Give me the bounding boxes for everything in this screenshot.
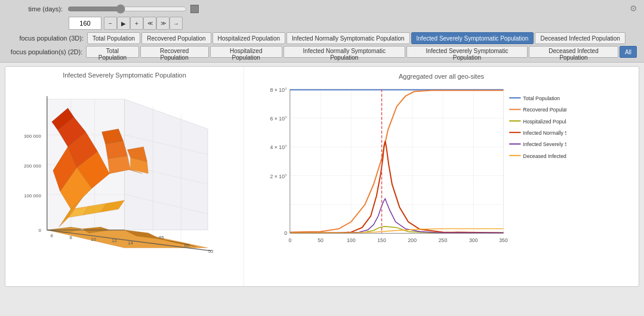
fast-back-btn[interactable]: ≪	[143, 17, 156, 30]
tab-3d-infected-normal[interactable]: Infected Normally Symptomatic Population	[286, 32, 409, 44]
tab-2d-total[interactable]: Total Population	[86, 46, 138, 58]
svg-text:150: 150	[377, 237, 386, 243]
focus-2d-row: focus population(s) (2D): Total Populati…	[6, 46, 638, 58]
tab-2d-hospitalized[interactable]: Hospitalized Population	[210, 46, 282, 58]
tab-2d-all[interactable]: All	[620, 46, 637, 58]
step-forward-btn[interactable]: +	[130, 17, 143, 30]
chart-3d-title: Infected Severely Symptomatic Population	[5, 67, 244, 79]
focus-3d-row: focus population (3D): Total Population …	[6, 32, 638, 44]
chart-3d-container: Infected Severely Symptomatic Population	[5, 67, 244, 286]
svg-text:Total Population: Total Population	[523, 95, 560, 101]
svg-text:100 000: 100 000	[24, 193, 41, 199]
fast-forward-btn[interactable]: ≫	[156, 17, 170, 30]
tab-2d-infected-severe[interactable]: Infected Severely Symptomatic Population	[406, 46, 528, 58]
svg-text:0: 0	[288, 237, 291, 243]
svg-text:60: 60	[184, 243, 190, 248]
tab-3d-hospitalized[interactable]: Hospitalized Population	[212, 32, 286, 44]
svg-text:300: 300	[469, 237, 478, 243]
time-label: time (days):	[6, 5, 63, 13]
tab-2d-recovered[interactable]: Recovered Population	[140, 46, 209, 58]
time-input[interactable]	[69, 17, 101, 30]
focus-2d-label: focus population(s) (2D):	[6, 48, 82, 55]
svg-text:100: 100	[347, 237, 356, 243]
svg-text:350: 350	[499, 237, 508, 243]
svg-text:10: 10	[91, 237, 96, 242]
tab-3d-deceased[interactable]: Deceased Infected Population	[535, 32, 625, 44]
play-btn[interactable]: ▶	[117, 17, 130, 30]
svg-rect-50	[290, 89, 504, 234]
tab-3d-infected-severe[interactable]: Infected Severely Symptomatic Population	[411, 32, 534, 44]
svg-text:6 × 10⁷: 6 × 10⁷	[270, 116, 287, 122]
svg-text:Infected Normally Symptomatic : Infected Normally Symptomatic Population	[523, 130, 566, 136]
svg-text:4 × 10⁷: 4 × 10⁷	[270, 144, 287, 150]
step-back-btn[interactable]: −	[104, 17, 117, 30]
svg-text:65: 65	[159, 235, 164, 240]
svg-text:0: 0	[284, 230, 287, 236]
svg-text:0: 0	[38, 228, 41, 233]
tab-2d-infected-normal[interactable]: Infected Normally Symptomatic Population	[284, 46, 405, 58]
svg-text:Recovered Population: Recovered Population	[523, 107, 566, 113]
goto-end-btn[interactable]: →	[170, 17, 183, 30]
tab-3d-total[interactable]: Total Population	[87, 32, 140, 44]
svg-text:250: 250	[439, 237, 448, 243]
controls-row: − ▶ + ≪ ≫ →	[6, 17, 638, 30]
stop-btn[interactable]	[190, 5, 199, 13]
svg-text:12: 12	[112, 238, 117, 243]
chart-2d-svg: 8 × 10⁷ 6 × 10⁷ 4 × 10⁷ 2 × 10⁷ 0 0 50 1…	[250, 83, 566, 256]
svg-text:8 × 10⁷: 8 × 10⁷	[270, 87, 287, 93]
main-content: Infected Severely Symptomatic Population	[5, 66, 639, 287]
tab-3d-recovered[interactable]: Recovered Population	[141, 32, 211, 44]
svg-text:6: 6	[51, 233, 54, 238]
svg-text:Hospitalized Population: Hospitalized Population	[523, 119, 566, 125]
svg-text:14: 14	[128, 240, 133, 246]
time-row: time (days):	[6, 5, 638, 13]
svg-text:8: 8	[70, 235, 73, 240]
svg-text:55: 55	[208, 249, 214, 254]
tab-2d-deceased[interactable]: Deceased Infected Population	[529, 46, 618, 58]
svg-text:Infected Severely Symptomatic : Infected Severely Symptomatic Population	[523, 141, 566, 147]
gear-icon[interactable]: ⚙	[630, 4, 639, 13]
svg-text:2 × 10⁷: 2 × 10⁷	[270, 174, 287, 179]
svg-text:300 000: 300 000	[24, 134, 41, 139]
focus-3d-label: focus population (3D):	[6, 35, 84, 42]
chart-3d-svg: 300 000 200 000 100 000 0 6 8 10 12 14 5…	[5, 81, 244, 272]
chart-2d-title: Aggregated over all geo-sites	[250, 73, 633, 80]
svg-text:50: 50	[318, 237, 323, 243]
svg-text:Deceased Infected Population: Deceased Infected Population	[523, 153, 566, 159]
chart-2d-container: Aggregated over all geo-sites 8 × 10⁷ 6 …	[244, 67, 639, 286]
svg-text:200: 200	[408, 237, 417, 243]
svg-text:200 000: 200 000	[24, 163, 41, 169]
time-slider[interactable]	[67, 5, 187, 13]
